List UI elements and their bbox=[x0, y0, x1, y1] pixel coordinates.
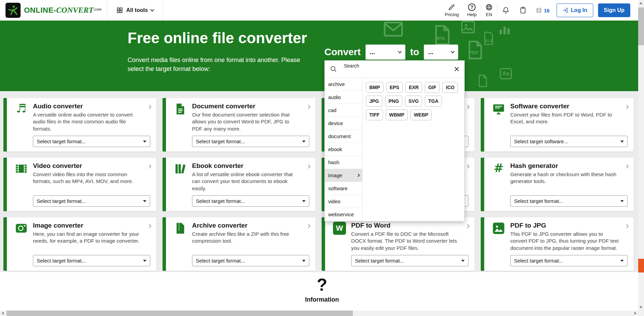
target-format-select[interactable]: Select target format... bbox=[33, 255, 150, 266]
pdf-file-icon: PDF bbox=[466, 40, 484, 60]
site-logo[interactable]: ONLINE-CONVERT.com bbox=[0, 0, 107, 21]
format-chip-png[interactable]: PNG bbox=[385, 96, 402, 107]
credits-value: 16 bbox=[544, 8, 550, 13]
chevron-right-icon[interactable]: › bbox=[467, 221, 470, 230]
scroll-right-arrow[interactable] bbox=[634, 312, 636, 315]
chevron-right-icon[interactable]: › bbox=[148, 221, 152, 230]
scroll-left-arrow[interactable] bbox=[2, 312, 4, 315]
search-icon bbox=[330, 65, 338, 73]
chevron-right-icon[interactable]: › bbox=[467, 101, 470, 111]
credits-counter[interactable]: 16 bbox=[532, 7, 554, 14]
chevron-right-icon[interactable]: › bbox=[148, 161, 152, 171]
information-section[interactable]: ? Information bbox=[0, 272, 644, 311]
chevron-right-icon[interactable]: › bbox=[308, 101, 311, 111]
monitor-icon bbox=[492, 102, 505, 125]
chevron-down-icon bbox=[451, 49, 455, 53]
category-device[interactable]: device bbox=[325, 117, 362, 130]
format-chip-gif[interactable]: GIF bbox=[425, 82, 440, 93]
scroll-up-arrow[interactable] bbox=[640, 2, 642, 4]
target-software-select[interactable]: Select target software... bbox=[510, 136, 628, 147]
format-chip-exr[interactable]: EXR bbox=[405, 82, 422, 93]
vertical-scrollbar-thumb[interactable] bbox=[638, 8, 644, 45]
login-button[interactable]: Log In bbox=[557, 3, 593, 17]
category-hash[interactable]: hash bbox=[325, 156, 362, 169]
format-chip-bmp[interactable]: BMP bbox=[366, 82, 383, 93]
target-format-select[interactable]: Select target format... bbox=[33, 195, 150, 207]
category-software[interactable]: software bbox=[325, 182, 362, 195]
help-link[interactable]: ? Help bbox=[463, 3, 481, 17]
question-mark-icon: ? bbox=[317, 276, 327, 293]
globe-icon bbox=[485, 3, 493, 11]
jpg-file-icon: JPG bbox=[433, 25, 452, 45]
language-selector[interactable]: EN bbox=[481, 3, 497, 17]
close-icon[interactable]: × bbox=[454, 64, 460, 74]
signup-button[interactable]: Sign Up bbox=[598, 3, 630, 17]
format-chip-eps[interactable]: EPS bbox=[386, 82, 403, 93]
format-chip-svg[interactable]: SVG bbox=[405, 96, 422, 107]
horizontal-scrollbar[interactable] bbox=[0, 311, 638, 316]
chevron-right-icon[interactable]: › bbox=[626, 101, 629, 111]
format-chip-webp[interactable]: WEBP bbox=[410, 109, 432, 120]
source-format-select[interactable]: ... bbox=[366, 45, 405, 60]
format-chip-tga[interactable]: TGA bbox=[425, 96, 442, 107]
target-format-select[interactable]: Select target format... bbox=[192, 136, 309, 147]
grid-icon bbox=[116, 7, 123, 14]
caret-down-icon bbox=[143, 260, 146, 262]
caret-down-icon bbox=[143, 200, 146, 202]
target-format-select[interactable]: Select target format... bbox=[351, 255, 468, 266]
category-archive[interactable]: archive bbox=[325, 78, 362, 91]
chevron-right-icon[interactable]: › bbox=[467, 161, 470, 171]
category-video[interactable]: video bbox=[325, 195, 362, 208]
logo-mascot-icon bbox=[5, 3, 21, 18]
format-list: BMP EPS EXR GIF ICO JPG PNG SVG TGA TIFF… bbox=[362, 78, 464, 221]
category-cad[interactable]: cad bbox=[325, 104, 362, 117]
books-icon bbox=[174, 162, 187, 192]
horizontal-scrollbar-thumb[interactable] bbox=[7, 311, 353, 316]
to-label: to bbox=[410, 47, 419, 58]
xls-file-icon: XLS bbox=[483, 32, 494, 45]
chevron-right-icon[interactable]: › bbox=[626, 221, 629, 230]
notifications-bell-button[interactable] bbox=[497, 7, 514, 14]
chevron-right-icon[interactable]: › bbox=[308, 221, 311, 230]
target-format-select[interactable]: Select target format... bbox=[510, 255, 628, 266]
chevron-down-icon bbox=[150, 8, 154, 11]
chevron-right-icon[interactable]: › bbox=[148, 101, 152, 111]
target-format-select[interactable]: Select target format... bbox=[510, 195, 628, 207]
card-description: A versatile online audio converter to co… bbox=[33, 111, 141, 132]
target-format-select[interactable]: Select target format... bbox=[192, 255, 309, 266]
clipboard-button[interactable] bbox=[514, 7, 532, 14]
all-tools-menu[interactable]: All tools bbox=[107, 0, 163, 21]
converter-card-archive: Archive converter Create archive files l… bbox=[163, 217, 315, 271]
chevron-right-icon[interactable]: › bbox=[308, 161, 311, 171]
card-title: Image converter bbox=[33, 222, 141, 229]
target-format-select[interactable]: Select target format... bbox=[192, 195, 309, 207]
format-chip-wbmp[interactable]: WBMP bbox=[386, 109, 408, 120]
zip-file-icon bbox=[174, 222, 187, 245]
format-chip-tiff[interactable]: TIFF bbox=[366, 109, 383, 120]
format-chip-ico[interactable]: ICO bbox=[442, 82, 458, 93]
category-document[interactable]: document bbox=[325, 130, 362, 143]
music-note-icon: ♬ bbox=[14, 102, 28, 132]
chevron-right-icon[interactable]: › bbox=[626, 161, 629, 171]
card-title: Software converter bbox=[510, 102, 619, 110]
caret-down-icon bbox=[620, 141, 624, 143]
category-audio[interactable]: audio bbox=[325, 91, 362, 104]
scroll-down-arrow[interactable] bbox=[640, 306, 642, 308]
all-tools-label: All tools bbox=[126, 7, 148, 13]
target-format-select[interactable]: Select target format... bbox=[33, 136, 150, 147]
category-webservice[interactable]: webservice bbox=[325, 208, 362, 221]
help-icon: ? bbox=[468, 3, 476, 11]
search-bar[interactable]: Search × bbox=[325, 61, 464, 78]
category-ebook[interactable]: ebook bbox=[325, 143, 362, 156]
pricing-link[interactable]: Pricing bbox=[441, 3, 463, 17]
category-image[interactable]: image bbox=[325, 169, 362, 182]
vertical-scrollbar[interactable] bbox=[638, 0, 644, 311]
search-input[interactable]: Search bbox=[344, 63, 359, 69]
divider bbox=[163, 0, 163, 21]
format-chip-jpg[interactable]: JPG bbox=[366, 96, 382, 107]
caret-down-icon bbox=[302, 200, 306, 202]
target-format-select[interactable]: ... bbox=[424, 45, 458, 60]
hero-banner: JPG XLS PDF Aa Free online file converte… bbox=[0, 21, 644, 91]
card-title: PDF to JPG bbox=[510, 222, 619, 229]
converter-card-ebook: Ebook converter A list of versatile onli… bbox=[163, 158, 315, 211]
